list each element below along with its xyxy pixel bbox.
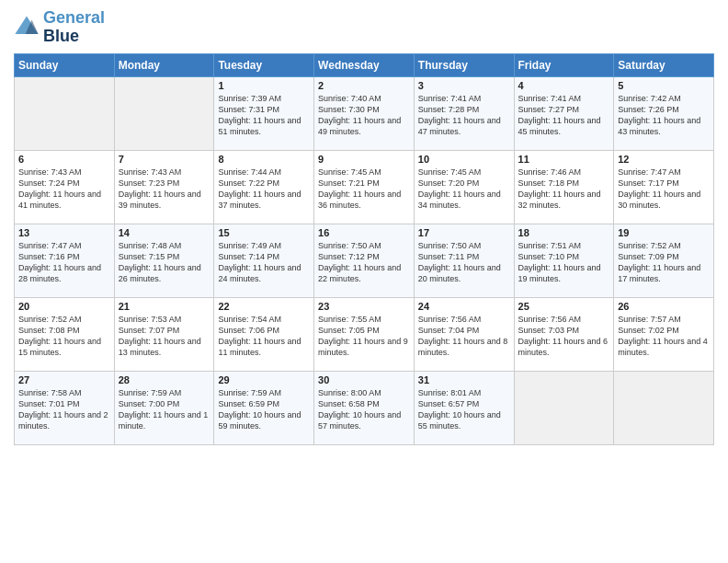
week-row-1: 1Sunrise: 7:39 AM Sunset: 7:31 PM Daylig… [15, 76, 714, 150]
day-number: 4 [518, 80, 610, 91]
day-number: 13 [18, 227, 110, 238]
page-container: General Blue SundayMondayTuesdayWednesda… [0, 0, 728, 450]
calendar-cell: 12Sunrise: 7:47 AM Sunset: 7:17 PM Dayli… [614, 150, 714, 224]
calendar-cell: 9Sunrise: 7:45 AM Sunset: 7:21 PM Daylig… [314, 150, 415, 224]
calendar-cell: 14Sunrise: 7:48 AM Sunset: 7:15 PM Dayli… [114, 224, 214, 297]
weekday-header-monday: Monday [114, 53, 214, 76]
weekday-header-row: SundayMondayTuesdayWednesdayThursdayFrid… [15, 53, 714, 76]
weekday-header-wednesday: Wednesday [314, 53, 415, 76]
logo: General Blue [14, 9, 105, 46]
logo-text: General Blue [43, 9, 105, 46]
calendar-cell: 1Sunrise: 7:39 AM Sunset: 7:31 PM Daylig… [214, 76, 314, 150]
weekday-header-friday: Friday [514, 53, 614, 76]
day-info: Sunrise: 7:57 AM Sunset: 7:02 PM Dayligh… [618, 314, 710, 359]
day-info: Sunrise: 7:52 AM Sunset: 7:08 PM Dayligh… [18, 314, 110, 359]
day-number: 17 [418, 227, 510, 238]
week-row-4: 20Sunrise: 7:52 AM Sunset: 7:08 PM Dayli… [15, 297, 714, 371]
day-info: Sunrise: 7:59 AM Sunset: 7:00 PM Dayligh… [119, 387, 210, 432]
day-info: Sunrise: 7:45 AM Sunset: 7:21 PM Dayligh… [318, 167, 410, 212]
day-info: Sunrise: 7:54 AM Sunset: 7:06 PM Dayligh… [218, 314, 310, 359]
calendar-cell [614, 371, 714, 444]
calendar-cell: 7Sunrise: 7:43 AM Sunset: 7:23 PM Daylig… [114, 150, 214, 224]
calendar-cell: 27Sunrise: 7:58 AM Sunset: 7:01 PM Dayli… [15, 371, 115, 444]
calendar-cell: 25Sunrise: 7:56 AM Sunset: 7:03 PM Dayli… [514, 297, 614, 371]
weekday-header-tuesday: Tuesday [214, 53, 314, 76]
day-number: 25 [518, 301, 610, 312]
calendar-cell: 10Sunrise: 7:45 AM Sunset: 7:20 PM Dayli… [414, 150, 514, 224]
calendar-cell: 17Sunrise: 7:50 AM Sunset: 7:11 PM Dayli… [414, 224, 514, 297]
day-info: Sunrise: 7:49 AM Sunset: 7:14 PM Dayligh… [218, 240, 310, 285]
calendar-cell: 26Sunrise: 7:57 AM Sunset: 7:02 PM Dayli… [614, 297, 714, 371]
day-number: 21 [119, 301, 210, 312]
calendar-cell: 4Sunrise: 7:41 AM Sunset: 7:27 PM Daylig… [514, 76, 614, 150]
day-info: Sunrise: 7:52 AM Sunset: 7:09 PM Dayligh… [618, 240, 710, 285]
day-number: 1 [218, 80, 310, 91]
calendar-cell: 5Sunrise: 7:42 AM Sunset: 7:26 PM Daylig… [614, 76, 714, 150]
calendar-cell: 13Sunrise: 7:47 AM Sunset: 7:16 PM Dayli… [15, 224, 115, 297]
day-number: 9 [318, 154, 410, 165]
day-number: 8 [218, 154, 310, 165]
calendar-cell: 19Sunrise: 7:52 AM Sunset: 7:09 PM Dayli… [614, 224, 714, 297]
day-info: Sunrise: 7:41 AM Sunset: 7:27 PM Dayligh… [518, 93, 610, 138]
calendar-cell: 31Sunrise: 8:01 AM Sunset: 6:57 PM Dayli… [414, 371, 514, 444]
day-info: Sunrise: 7:58 AM Sunset: 7:01 PM Dayligh… [18, 387, 110, 432]
day-number: 10 [418, 154, 510, 165]
day-number: 7 [119, 154, 210, 165]
day-info: Sunrise: 7:45 AM Sunset: 7:20 PM Dayligh… [418, 167, 510, 212]
day-number: 5 [618, 80, 710, 91]
day-info: Sunrise: 7:44 AM Sunset: 7:22 PM Dayligh… [218, 167, 310, 212]
calendar-cell: 23Sunrise: 7:55 AM Sunset: 7:05 PM Dayli… [314, 297, 415, 371]
day-number: 11 [518, 154, 610, 165]
week-row-5: 27Sunrise: 7:58 AM Sunset: 7:01 PM Dayli… [15, 371, 714, 444]
day-number: 23 [318, 301, 410, 312]
day-info: Sunrise: 7:47 AM Sunset: 7:16 PM Dayligh… [18, 240, 110, 285]
day-number: 22 [218, 301, 310, 312]
header: General Blue [14, 9, 714, 46]
day-number: 29 [218, 374, 310, 385]
calendar-cell: 24Sunrise: 7:56 AM Sunset: 7:04 PM Dayli… [414, 297, 514, 371]
calendar-cell: 20Sunrise: 7:52 AM Sunset: 7:08 PM Dayli… [15, 297, 115, 371]
day-info: Sunrise: 7:53 AM Sunset: 7:07 PM Dayligh… [119, 314, 210, 359]
day-info: Sunrise: 7:41 AM Sunset: 7:28 PM Dayligh… [418, 93, 510, 138]
day-info: Sunrise: 8:00 AM Sunset: 6:58 PM Dayligh… [318, 387, 410, 432]
day-number: 3 [418, 80, 510, 91]
day-info: Sunrise: 7:56 AM Sunset: 7:04 PM Dayligh… [418, 314, 510, 359]
day-number: 14 [119, 227, 210, 238]
calendar-cell: 29Sunrise: 7:59 AM Sunset: 6:59 PM Dayli… [214, 371, 314, 444]
calendar-cell: 8Sunrise: 7:44 AM Sunset: 7:22 PM Daylig… [214, 150, 314, 224]
day-info: Sunrise: 7:47 AM Sunset: 7:17 PM Dayligh… [618, 167, 710, 212]
calendar-cell [114, 76, 214, 150]
calendar-cell: 2Sunrise: 7:40 AM Sunset: 7:30 PM Daylig… [314, 76, 415, 150]
day-number: 6 [18, 154, 110, 165]
day-number: 24 [418, 301, 510, 312]
calendar-cell: 3Sunrise: 7:41 AM Sunset: 7:28 PM Daylig… [414, 76, 514, 150]
calendar-table: SundayMondayTuesdayWednesdayThursdayFrid… [14, 53, 714, 445]
day-info: Sunrise: 7:48 AM Sunset: 7:15 PM Dayligh… [119, 240, 210, 285]
day-info: Sunrise: 7:43 AM Sunset: 7:24 PM Dayligh… [18, 167, 110, 212]
day-number: 19 [618, 227, 710, 238]
calendar-cell: 28Sunrise: 7:59 AM Sunset: 7:00 PM Dayli… [114, 371, 214, 444]
logo-icon [14, 15, 40, 40]
calendar-cell [15, 76, 115, 150]
calendar-cell: 6Sunrise: 7:43 AM Sunset: 7:24 PM Daylig… [15, 150, 115, 224]
day-info: Sunrise: 7:39 AM Sunset: 7:31 PM Dayligh… [218, 93, 310, 138]
calendar-cell: 22Sunrise: 7:54 AM Sunset: 7:06 PM Dayli… [214, 297, 314, 371]
calendar-cell: 21Sunrise: 7:53 AM Sunset: 7:07 PM Dayli… [114, 297, 214, 371]
day-info: Sunrise: 7:59 AM Sunset: 6:59 PM Dayligh… [218, 387, 310, 432]
day-info: Sunrise: 7:56 AM Sunset: 7:03 PM Dayligh… [518, 314, 610, 359]
day-info: Sunrise: 8:01 AM Sunset: 6:57 PM Dayligh… [418, 387, 510, 432]
day-number: 31 [418, 374, 510, 385]
day-number: 16 [318, 227, 410, 238]
day-number: 27 [18, 374, 110, 385]
calendar-cell: 16Sunrise: 7:50 AM Sunset: 7:12 PM Dayli… [314, 224, 415, 297]
weekday-header-thursday: Thursday [414, 53, 514, 76]
day-info: Sunrise: 7:42 AM Sunset: 7:26 PM Dayligh… [618, 93, 710, 138]
day-number: 15 [218, 227, 310, 238]
day-number: 28 [119, 374, 210, 385]
calendar-cell: 30Sunrise: 8:00 AM Sunset: 6:58 PM Dayli… [314, 371, 415, 444]
day-info: Sunrise: 7:55 AM Sunset: 7:05 PM Dayligh… [318, 314, 410, 359]
day-info: Sunrise: 7:46 AM Sunset: 7:18 PM Dayligh… [518, 167, 610, 212]
calendar-cell [514, 371, 614, 444]
week-row-2: 6Sunrise: 7:43 AM Sunset: 7:24 PM Daylig… [15, 150, 714, 224]
day-info: Sunrise: 7:43 AM Sunset: 7:23 PM Dayligh… [119, 167, 210, 212]
